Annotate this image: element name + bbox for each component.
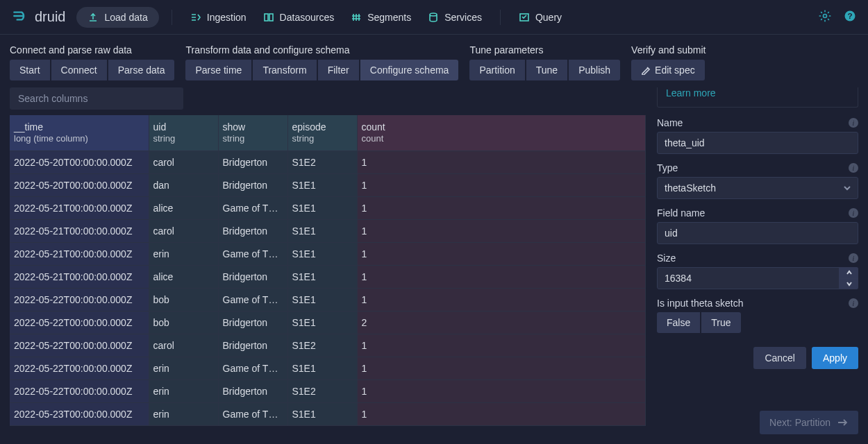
table-cell: 1: [357, 403, 646, 426]
table-row: 2022-05-22T00:00:00.000ZbobGame of Thr..…: [10, 289, 646, 311]
step-group-title: Connect and parse raw data: [10, 44, 174, 56]
brand-logo[interactable]: druid: [11, 7, 65, 27]
step-group-title: Transform data and configure schema: [185, 44, 458, 56]
table-cell: 2022-05-22T00:00:00.000Z: [10, 357, 149, 380]
table-cell: 2022-05-22T00:00:00.000Z: [10, 311, 149, 334]
step-filter[interactable]: Filter: [318, 60, 359, 80]
table-cell: carol: [149, 220, 218, 243]
table-cell: 2022-05-21T00:00:00.000Z: [10, 243, 149, 266]
nav-services[interactable]: Services: [422, 8, 487, 27]
table-cell: 2022-05-22T00:00:00.000Z: [10, 380, 149, 403]
table-cell: 1: [357, 243, 646, 266]
table-cell: 1: [357, 289, 646, 311]
nav-label: Services: [444, 12, 482, 23]
type-select[interactable]: thetaSketch: [657, 177, 858, 199]
step-transform[interactable]: Transform: [253, 60, 316, 80]
learn-more-link[interactable]: Learn more: [666, 87, 716, 99]
cancel-button[interactable]: Cancel: [753, 347, 806, 369]
brand-name: druid: [35, 9, 65, 25]
step-partition[interactable]: Partition: [469, 60, 524, 80]
table-cell: 1: [357, 380, 646, 403]
info-icon[interactable]: i: [849, 118, 858, 128]
table-cell: Bridgerton: [218, 266, 287, 289]
table-cell: 2022-05-22T00:00:00.000Z: [10, 289, 149, 311]
table-cell: S1E1: [287, 243, 357, 266]
table-cell: S1E1: [287, 311, 357, 334]
table-cell: bob: [149, 311, 218, 334]
table-cell: erin: [149, 357, 218, 380]
top-nav: druid Load data Ingestion Datasources Se…: [0, 0, 868, 35]
table-cell: Game of Thr...: [218, 357, 287, 380]
toggle-false[interactable]: False: [657, 312, 700, 333]
step-group: Tune parametersPartitionTunePublish: [469, 44, 620, 80]
table-cell: Game of Thr...: [218, 403, 287, 426]
step-groups: Connect and parse raw dataStartConnectPa…: [10, 44, 858, 80]
step-connect[interactable]: Connect: [51, 60, 107, 80]
column-header-uid[interactable]: uidstring: [149, 115, 218, 151]
info-icon[interactable]: i: [849, 163, 858, 173]
step-start[interactable]: Start: [10, 60, 50, 80]
step-group: Verify and submitEdit spec: [631, 44, 706, 80]
nav-label: Datasources: [280, 12, 335, 23]
table-row: 2022-05-21T00:00:00.000ZerinGame of Thr.…: [10, 243, 646, 266]
info-icon[interactable]: i: [849, 208, 858, 218]
table-cell: Bridgerton: [218, 174, 287, 197]
step-parse-time[interactable]: Parse time: [185, 60, 251, 80]
table-cell: Game of Thr...: [218, 243, 287, 266]
size-input[interactable]: [657, 267, 858, 289]
table-cell: carol: [149, 151, 218, 174]
field-name-input[interactable]: [657, 222, 858, 244]
step-group-title: Tune parameters: [469, 44, 620, 56]
name-input[interactable]: [657, 132, 858, 154]
column-header-__time[interactable]: __timelong (time column): [10, 115, 149, 151]
step-parse-data[interactable]: Parse data: [108, 60, 175, 80]
search-columns-input[interactable]: [10, 87, 183, 110]
nav-label: Query: [535, 12, 562, 23]
nav-ingestion[interactable]: Ingestion: [185, 8, 252, 27]
table-row: 2022-05-22T00:00:00.000ZerinBridgertonS1…: [10, 380, 646, 403]
help-icon[interactable]: ?: [843, 9, 857, 25]
table-cell: S1E1: [287, 197, 357, 220]
info-icon[interactable]: i: [849, 253, 858, 263]
nav-segments[interactable]: Segments: [345, 8, 417, 27]
table-cell: 2022-05-21T00:00:00.000Z: [10, 220, 149, 243]
ingestion-icon: [190, 12, 201, 23]
nav-divider: [172, 10, 172, 25]
step-group: Transform data and configure schemaParse…: [185, 44, 458, 80]
step-tune[interactable]: Tune: [526, 60, 567, 80]
druid-logo-icon: [11, 7, 29, 27]
next-partition-button[interactable]: Next: Partition: [760, 411, 858, 434]
segments-icon: [351, 12, 362, 23]
column-header-show[interactable]: showstring: [218, 115, 287, 151]
nav-datasources[interactable]: Datasources: [258, 8, 340, 27]
table-cell: 2022-05-20T00:00:00.000Z: [10, 174, 149, 197]
table-cell: 2022-05-23T00:00:00.000Z: [10, 403, 149, 426]
table-cell: S1E1: [287, 357, 357, 380]
table-cell: S1E1: [287, 220, 357, 243]
column-header-count[interactable]: countcount: [357, 115, 646, 151]
table-cell: 1: [357, 220, 646, 243]
nav-label: Load data: [104, 12, 147, 23]
step-configure-schema[interactable]: Configure schema: [360, 60, 459, 80]
info-icon[interactable]: i: [849, 298, 858, 308]
table-cell: alice: [149, 197, 218, 220]
table-row: 2022-05-21T00:00:00.000ZaliceGame of Thr…: [10, 197, 646, 220]
arrow-right-icon: [837, 418, 849, 427]
nav-load-data[interactable]: Load data: [76, 7, 158, 28]
table-cell: Bridgerton: [218, 220, 287, 243]
nav-query[interactable]: Query: [513, 8, 567, 27]
svg-rect-1: [269, 14, 273, 21]
apply-button[interactable]: Apply: [812, 347, 858, 369]
gear-icon[interactable]: [818, 9, 832, 25]
toggle-true[interactable]: True: [701, 312, 740, 333]
step-publish[interactable]: Publish: [569, 60, 620, 80]
table-cell: S1E1: [287, 403, 357, 426]
step-edit-spec[interactable]: Edit spec: [631, 60, 705, 80]
table-cell: 1: [357, 334, 646, 357]
is-input-theta-label: Is input theta sketch: [657, 298, 744, 309]
table-cell: 1: [357, 151, 646, 174]
size-step-up[interactable]: [840, 267, 858, 279]
column-header-episode[interactable]: episodestring: [287, 115, 357, 151]
table-cell: 1: [357, 357, 646, 380]
size-step-down[interactable]: [840, 279, 858, 290]
